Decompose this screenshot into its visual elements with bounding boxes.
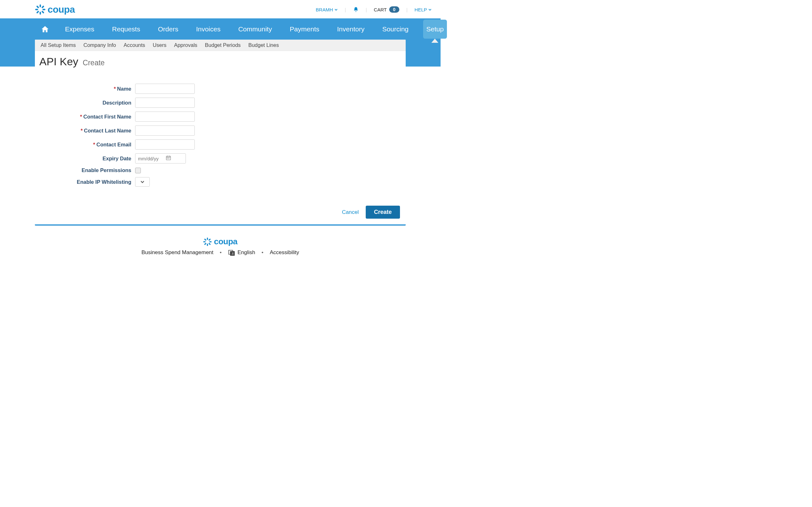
header-utilities: BRAMH | | CART 0 | HELP: [316, 6, 435, 13]
nav-item-orders[interactable]: Orders: [155, 20, 182, 39]
sub-nav: All Setup ItemsCompany InfoAccountsUsers…: [35, 40, 406, 51]
svg-rect-21: [208, 242, 211, 245]
label-enable-ip-whitelisting: Enable IP Whitelisting: [41, 179, 131, 185]
cart[interactable]: CART 0: [374, 6, 399, 13]
svg-rect-20: [209, 241, 212, 242]
row-contact-email: *Contact Email: [41, 139, 400, 150]
input-contact-last-name[interactable]: [135, 125, 195, 135]
cart-count-pill: 0: [389, 6, 399, 13]
page-footer: coupa Business Spend Management • A文 Eng…: [0, 237, 441, 269]
chevron-down-icon: [428, 8, 432, 11]
user-name: BRAMH: [316, 7, 333, 12]
global-header: coupa BRAMH | | CART 0 | HELP: [0, 0, 441, 18]
nav-item-setup[interactable]: Setup: [423, 20, 447, 39]
page-subtitle: Create: [83, 59, 105, 67]
subnav-item-approvals[interactable]: Approvals: [174, 42, 197, 48]
language-label: English: [238, 249, 255, 256]
nav-item-sourcing[interactable]: Sourcing: [379, 20, 412, 39]
label-enable-permissions: Enable Permissions: [41, 167, 131, 173]
footer-logo[interactable]: coupa: [0, 237, 441, 246]
nav-item-requests[interactable]: Requests: [109, 20, 143, 39]
form-actions: Cancel Create: [35, 200, 406, 224]
svg-rect-1: [41, 5, 44, 8]
input-name[interactable]: [135, 83, 195, 94]
coupa-flower-icon: [35, 4, 46, 15]
page-header: API Key Create: [35, 51, 406, 68]
input-expiry-date[interactable]: [135, 153, 186, 164]
page-card: All Setup ItemsCompany InfoAccountsUsers…: [35, 40, 406, 226]
row-contact-first-name: *Contact First Name: [41, 112, 400, 122]
svg-rect-5: [36, 10, 39, 13]
cart-label: CART: [374, 7, 387, 12]
primary-nav: ExpensesRequestsOrdersInvoicesCommunityP…: [0, 18, 441, 40]
dot-separator: •: [220, 249, 222, 256]
language-selector[interactable]: A文 English: [228, 249, 255, 256]
chevron-down-icon: [334, 8, 338, 11]
svg-rect-2: [43, 9, 45, 10]
separator: |: [366, 7, 367, 12]
row-contact-last-name: *Contact Last Name: [41, 125, 400, 135]
page-title: API Key: [39, 55, 78, 68]
svg-rect-23: [204, 242, 207, 245]
input-description[interactable]: [135, 98, 195, 108]
create-button[interactable]: Create: [366, 206, 400, 219]
input-contact-email[interactable]: [135, 139, 195, 150]
api-key-form: *Name Description *Contact First Name *C…: [35, 68, 406, 200]
svg-rect-6: [35, 9, 38, 10]
svg-rect-0: [40, 4, 41, 7]
svg-rect-7: [36, 5, 39, 8]
nav-item-payments[interactable]: Payments: [287, 20, 322, 39]
footer-links: Business Spend Management • A文 English •…: [0, 249, 441, 256]
coupa-flower-icon: [203, 237, 212, 246]
nav-item-community[interactable]: Community: [235, 20, 275, 39]
brand-name: coupa: [48, 4, 75, 15]
label-description: Description: [41, 100, 131, 106]
separator: |: [345, 7, 346, 12]
svg-rect-19: [208, 238, 211, 241]
language-icon: A文: [228, 249, 235, 256]
subnav-item-budget-lines[interactable]: Budget Lines: [248, 42, 279, 48]
nav-item-invoices[interactable]: Invoices: [193, 20, 223, 39]
label-expiry-date: Expiry Date: [41, 156, 131, 162]
subnav-item-company-info[interactable]: Company Info: [84, 42, 116, 48]
label-contact-email: *Contact Email: [41, 142, 131, 148]
input-contact-first-name[interactable]: [135, 112, 195, 122]
label-contact-last-name: *Contact Last Name: [41, 128, 131, 134]
svg-rect-25: [204, 238, 207, 241]
cancel-link[interactable]: Cancel: [342, 209, 359, 216]
svg-rect-4: [40, 12, 41, 14]
footer-brand-name: coupa: [214, 237, 237, 246]
row-description: Description: [41, 98, 400, 108]
nav-item-expenses[interactable]: Expenses: [62, 20, 97, 39]
row-enable-ip-whitelisting: Enable IP Whitelisting: [41, 177, 400, 187]
user-menu[interactable]: BRAMH: [316, 7, 338, 12]
brand-logo[interactable]: coupa: [35, 4, 75, 15]
dot-separator: •: [261, 249, 263, 256]
svg-rect-3: [41, 10, 44, 13]
svg-rect-18: [207, 237, 208, 239]
subnav-item-all-setup-items[interactable]: All Setup Items: [41, 42, 76, 48]
row-expiry-date: Expiry Date: [41, 153, 400, 164]
label-name: *Name: [41, 86, 131, 92]
home-icon[interactable]: [40, 25, 50, 33]
row-name: *Name: [41, 83, 400, 94]
svg-rect-24: [203, 241, 206, 242]
subnav-item-budget-periods[interactable]: Budget Periods: [205, 42, 241, 48]
svg-rect-22: [207, 243, 208, 245]
subnav-item-users[interactable]: Users: [153, 42, 166, 48]
footer-tagline: Business Spend Management: [142, 249, 213, 256]
nav-item-more[interactable]: More...: [458, 20, 485, 39]
chevron-down-icon: [140, 180, 145, 184]
separator: |: [406, 7, 408, 12]
subnav-item-accounts[interactable]: Accounts: [124, 42, 145, 48]
accessibility-link[interactable]: Accessibility: [270, 249, 299, 256]
label-contact-first-name: *Contact First Name: [41, 114, 131, 120]
checkbox-enable-permissions[interactable]: [135, 168, 141, 173]
help-menu[interactable]: HELP: [415, 7, 432, 12]
notifications-icon[interactable]: [353, 7, 359, 12]
svg-text:文: 文: [232, 252, 234, 255]
toggle-enable-ip-whitelisting[interactable]: [135, 177, 150, 187]
help-label: HELP: [415, 7, 427, 12]
nav-item-inventory[interactable]: Inventory: [334, 20, 368, 39]
row-enable-permissions: Enable Permissions: [41, 167, 400, 173]
